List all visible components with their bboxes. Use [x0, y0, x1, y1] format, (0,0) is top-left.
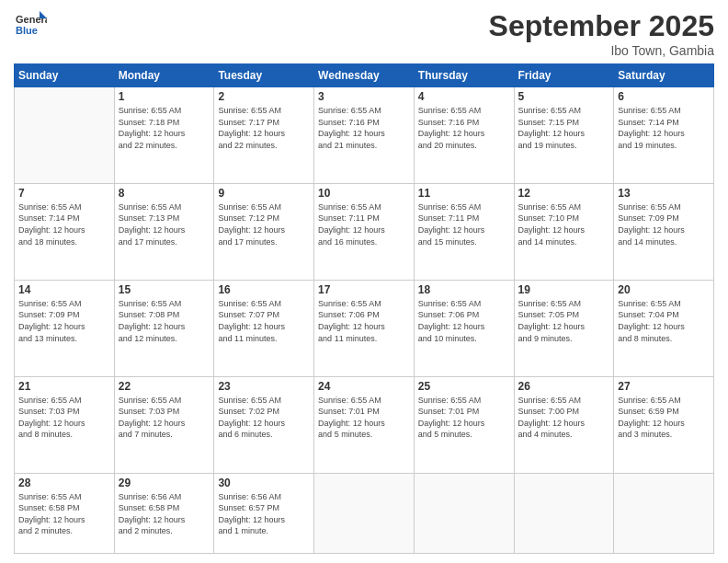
header: General Blue September 2025 Ibo Town, Ga…: [14, 9, 714, 58]
day-number: 12: [518, 187, 610, 200]
day-number: 23: [218, 380, 310, 393]
day-info: Sunrise: 6:55 AMSunset: 7:11 PMDaylight:…: [418, 201, 510, 247]
day-cell: 8Sunrise: 6:55 AMSunset: 7:13 PMDaylight…: [114, 183, 214, 280]
day-info: Sunrise: 6:55 AMSunset: 7:06 PMDaylight:…: [318, 298, 410, 344]
day-number: 25: [418, 380, 510, 393]
day-info: Sunrise: 6:55 AMSunset: 6:59 PMDaylight:…: [618, 395, 710, 441]
title-block: September 2025 Ibo Town, Gambia: [489, 9, 714, 58]
day-info: Sunrise: 6:55 AMSunset: 7:02 PMDaylight:…: [218, 395, 310, 441]
logo: General Blue: [14, 9, 47, 42]
day-number: 4: [418, 90, 510, 103]
day-cell: 5Sunrise: 6:55 AMSunset: 7:15 PMDaylight…: [514, 87, 614, 184]
day-number: 9: [218, 187, 310, 200]
day-cell: [614, 473, 714, 554]
day-info: Sunrise: 6:55 AMSunset: 7:04 PMDaylight:…: [618, 298, 710, 344]
day-info: Sunrise: 6:55 AMSunset: 7:15 PMDaylight:…: [518, 105, 610, 151]
day-info: Sunrise: 6:55 AMSunset: 7:13 PMDaylight:…: [119, 201, 210, 247]
day-cell: 13Sunrise: 6:55 AMSunset: 7:09 PMDayligh…: [614, 183, 714, 280]
day-cell: 23Sunrise: 6:55 AMSunset: 7:02 PMDayligh…: [214, 376, 314, 473]
weekday-wednesday: Wednesday: [314, 64, 415, 87]
day-number: 15: [119, 283, 210, 296]
day-cell: 15Sunrise: 6:55 AMSunset: 7:08 PMDayligh…: [114, 280, 214, 376]
day-cell: [15, 87, 115, 184]
day-info: Sunrise: 6:55 AMSunset: 7:00 PMDaylight:…: [518, 395, 610, 441]
week-row-4: 21Sunrise: 6:55 AMSunset: 7:03 PMDayligh…: [15, 376, 714, 473]
week-row-1: 1Sunrise: 6:55 AMSunset: 7:18 PMDaylight…: [15, 87, 714, 184]
day-number: 1: [119, 90, 210, 103]
day-cell: 1Sunrise: 6:55 AMSunset: 7:18 PMDaylight…: [114, 87, 214, 184]
day-cell: 22Sunrise: 6:55 AMSunset: 7:03 PMDayligh…: [114, 376, 214, 473]
day-cell: 2Sunrise: 6:55 AMSunset: 7:17 PMDaylight…: [214, 87, 314, 184]
day-number: 20: [618, 283, 710, 296]
day-cell: 26Sunrise: 6:55 AMSunset: 7:00 PMDayligh…: [514, 376, 614, 473]
day-number: 5: [518, 90, 610, 103]
day-info: Sunrise: 6:55 AMSunset: 7:09 PMDaylight:…: [618, 201, 710, 247]
day-info: Sunrise: 6:56 AMSunset: 6:57 PMDaylight:…: [218, 491, 310, 537]
day-number: 24: [318, 380, 410, 393]
day-info: Sunrise: 6:55 AMSunset: 7:11 PMDaylight:…: [318, 201, 410, 247]
day-info: Sunrise: 6:55 AMSunset: 6:58 PMDaylight:…: [18, 491, 110, 537]
day-info: Sunrise: 6:55 AMSunset: 7:09 PMDaylight:…: [18, 298, 110, 344]
month-title: September 2025: [489, 9, 714, 43]
day-cell: [314, 473, 415, 554]
day-number: 26: [518, 380, 610, 393]
day-info: Sunrise: 6:55 AMSunset: 7:07 PMDaylight:…: [218, 298, 310, 344]
day-info: Sunrise: 6:55 AMSunset: 7:16 PMDaylight:…: [418, 105, 510, 151]
weekday-friday: Friday: [514, 64, 614, 87]
week-row-5: 28Sunrise: 6:55 AMSunset: 6:58 PMDayligh…: [15, 473, 714, 554]
day-number: 29: [119, 477, 210, 489]
day-cell: 29Sunrise: 6:56 AMSunset: 6:58 PMDayligh…: [114, 473, 214, 554]
day-info: Sunrise: 6:55 AMSunset: 7:03 PMDaylight:…: [18, 395, 110, 441]
day-number: 8: [119, 187, 210, 200]
day-info: Sunrise: 6:55 AMSunset: 7:01 PMDaylight:…: [318, 395, 410, 441]
weekday-sunday: Sunday: [15, 64, 115, 87]
day-number: 14: [18, 283, 110, 296]
day-cell: 12Sunrise: 6:55 AMSunset: 7:10 PMDayligh…: [514, 183, 614, 280]
calendar-table: SundayMondayTuesdayWednesdayThursdayFrid…: [14, 63, 714, 554]
weekday-monday: Monday: [114, 64, 214, 87]
day-cell: 14Sunrise: 6:55 AMSunset: 7:09 PMDayligh…: [15, 280, 115, 376]
day-number: 6: [618, 90, 710, 103]
day-cell: 19Sunrise: 6:55 AMSunset: 7:05 PMDayligh…: [514, 280, 614, 376]
day-cell: 10Sunrise: 6:55 AMSunset: 7:11 PMDayligh…: [314, 183, 415, 280]
weekday-thursday: Thursday: [414, 64, 514, 87]
logo-svg: General Blue: [14, 9, 47, 42]
day-info: Sunrise: 6:56 AMSunset: 6:58 PMDaylight:…: [119, 491, 210, 537]
day-number: 19: [518, 283, 610, 296]
day-cell: 4Sunrise: 6:55 AMSunset: 7:16 PMDaylight…: [414, 87, 514, 184]
day-number: 21: [18, 380, 110, 393]
day-cell: 25Sunrise: 6:55 AMSunset: 7:01 PMDayligh…: [414, 376, 514, 473]
day-info: Sunrise: 6:55 AMSunset: 7:06 PMDaylight:…: [418, 298, 510, 344]
day-number: 18: [418, 283, 510, 296]
day-cell: 6Sunrise: 6:55 AMSunset: 7:14 PMDaylight…: [614, 87, 714, 184]
svg-text:Blue: Blue: [16, 25, 38, 36]
day-info: Sunrise: 6:55 AMSunset: 7:05 PMDaylight:…: [518, 298, 610, 344]
day-number: 17: [318, 283, 410, 296]
day-cell: 18Sunrise: 6:55 AMSunset: 7:06 PMDayligh…: [414, 280, 514, 376]
day-number: 10: [318, 187, 410, 200]
day-number: 13: [618, 187, 710, 200]
day-number: 11: [418, 187, 510, 200]
weekday-header-row: SundayMondayTuesdayWednesdayThursdayFrid…: [15, 64, 714, 87]
day-info: Sunrise: 6:55 AMSunset: 7:01 PMDaylight:…: [418, 395, 510, 441]
day-cell: [514, 473, 614, 554]
weekday-tuesday: Tuesday: [214, 64, 314, 87]
day-info: Sunrise: 6:55 AMSunset: 7:17 PMDaylight:…: [218, 105, 310, 151]
day-cell: 30Sunrise: 6:56 AMSunset: 6:57 PMDayligh…: [214, 473, 314, 554]
day-info: Sunrise: 6:55 AMSunset: 7:03 PMDaylight:…: [119, 395, 210, 441]
day-number: 7: [18, 187, 110, 200]
day-cell: 28Sunrise: 6:55 AMSunset: 6:58 PMDayligh…: [15, 473, 115, 554]
day-cell: 17Sunrise: 6:55 AMSunset: 7:06 PMDayligh…: [314, 280, 415, 376]
day-number: 2: [218, 90, 310, 103]
day-cell: 9Sunrise: 6:55 AMSunset: 7:12 PMDaylight…: [214, 183, 314, 280]
weekday-saturday: Saturday: [614, 64, 714, 87]
day-number: 30: [218, 477, 310, 489]
day-cell: 27Sunrise: 6:55 AMSunset: 6:59 PMDayligh…: [614, 376, 714, 473]
day-cell: 24Sunrise: 6:55 AMSunset: 7:01 PMDayligh…: [314, 376, 415, 473]
day-number: 27: [618, 380, 710, 393]
location: Ibo Town, Gambia: [489, 43, 714, 58]
day-number: 22: [119, 380, 210, 393]
day-info: Sunrise: 6:55 AMSunset: 7:18 PMDaylight:…: [119, 105, 210, 151]
day-cell: [414, 473, 514, 554]
day-cell: 3Sunrise: 6:55 AMSunset: 7:16 PMDaylight…: [314, 87, 415, 184]
